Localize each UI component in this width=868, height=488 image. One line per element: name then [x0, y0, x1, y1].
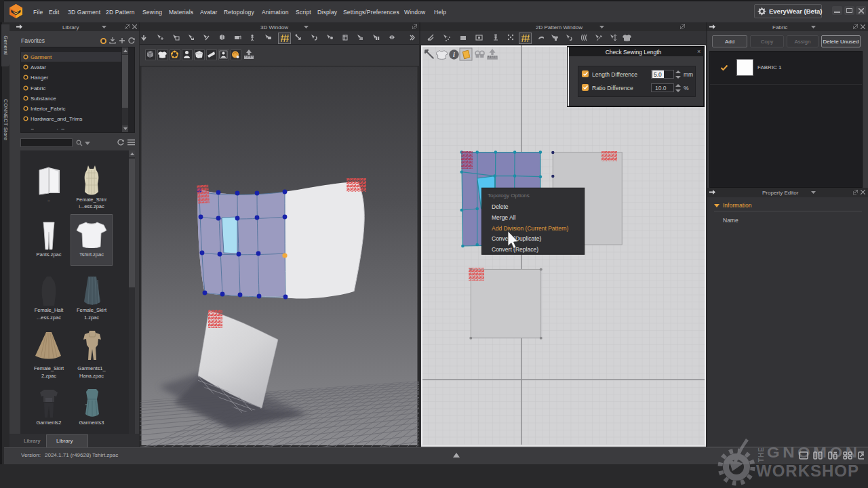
- svg-text:i: i: [453, 51, 455, 58]
- svg-text:Delete: Delete: [492, 203, 509, 210]
- svg-text:THE: THE: [757, 447, 765, 462]
- svg-text:WORKSHOP: WORKSHOP: [756, 462, 859, 479]
- svg-text:Add Division (Current Pattern): Add Division (Current Pattern): [492, 225, 569, 232]
- svg-text:Topology Options: Topology Options: [488, 192, 530, 199]
- svg-text:Merge All: Merge All: [492, 214, 516, 221]
